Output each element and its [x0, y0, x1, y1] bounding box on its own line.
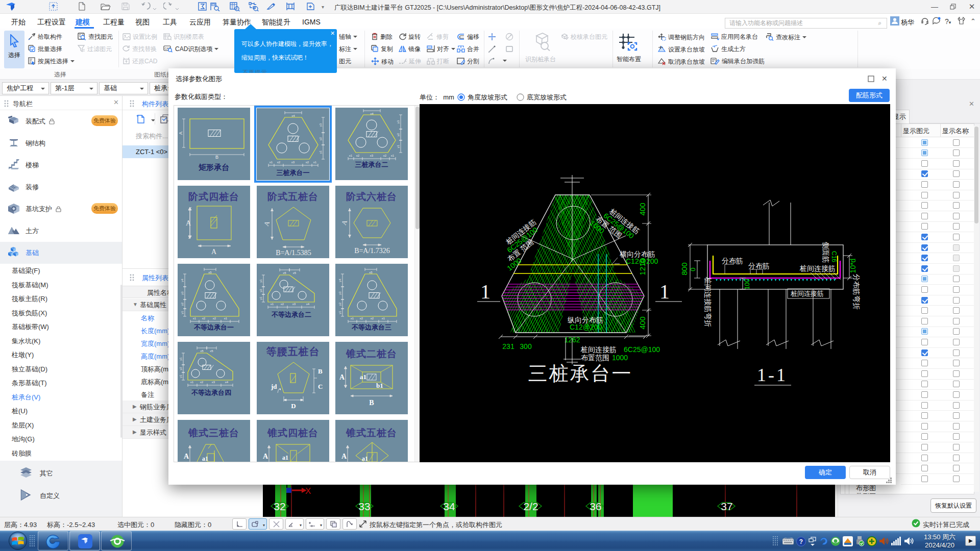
- svg-text:y1: y1: [319, 150, 322, 154]
- svg-text:6C25@100: 6C25@100: [624, 345, 660, 354]
- svg-text:y2: y2: [179, 367, 182, 370]
- svg-text:400: 400: [638, 203, 647, 215]
- svg-text:x5: x5: [210, 349, 213, 353]
- svg-text:a1: a1: [362, 455, 368, 462]
- svg-text:x5: x5: [369, 271, 373, 274]
- svg-text:32: 32: [274, 500, 285, 512]
- svg-text:A: A: [262, 219, 271, 227]
- svg-text:x4: x4: [291, 114, 295, 117]
- svg-text:A: A: [184, 453, 189, 460]
- svg-text:1-1: 1-1: [757, 365, 788, 385]
- svg-text:A: A: [186, 219, 191, 227]
- svg-text:a1: a1: [282, 454, 288, 461]
- svg-text:x4: x4: [306, 303, 309, 306]
- svg-text:y2: y2: [319, 137, 322, 140]
- svg-text:x2: x2: [305, 161, 309, 164]
- svg-text:三桩承台一: 三桩承台一: [528, 363, 633, 384]
- svg-text:不等边承台一: 不等边承台一: [193, 323, 234, 331]
- svg-text:C16: C16: [830, 251, 838, 262]
- svg-text:x5: x5: [283, 271, 286, 274]
- svg-text:x2: x2: [280, 303, 284, 306]
- svg-text:x4: x4: [370, 112, 374, 115]
- svg-text:37: 37: [721, 500, 732, 512]
- svg-text:34: 34: [443, 500, 455, 512]
- svg-text:等腰五桩台: 等腰五桩台: [265, 346, 320, 357]
- svg-text:1: 1: [480, 280, 491, 303]
- svg-text:x1: x1: [382, 317, 385, 320]
- svg-text:?: ?: [799, 538, 803, 545]
- svg-text:侧面筋: 侧面筋: [822, 242, 830, 263]
- svg-text:x1: x1: [190, 381, 194, 384]
- svg-text:800: 800: [680, 262, 689, 275]
- svg-text:x2: x2: [202, 317, 206, 320]
- svg-text:y2: y2: [181, 302, 184, 306]
- svg-text:x1: x1: [269, 161, 273, 164]
- svg-text:B=A/1.5385: B=A/1.5385: [276, 249, 311, 257]
- svg-text:x2: x2: [277, 161, 280, 164]
- svg-text:B: B: [369, 399, 374, 407]
- svg-text:B=A/1.7326: B=A/1.7326: [354, 247, 390, 255]
- svg-text:231: 231: [502, 342, 514, 350]
- svg-text:阶式六桩台: 阶式六桩台: [346, 191, 397, 202]
- svg-text:10*d: 10*d: [849, 259, 857, 273]
- svg-text:阶式五桩台: 阶式五桩台: [267, 191, 318, 202]
- svg-text:B: B: [318, 367, 323, 375]
- svg-text:三桩承台二: 三桩承台二: [355, 161, 388, 168]
- svg-text:x1: x1: [313, 161, 316, 164]
- svg-text:分布筋: 分布筋: [722, 257, 743, 265]
- svg-text:x1: x1: [391, 154, 395, 157]
- svg-text:x2: x2: [360, 317, 363, 320]
- svg-text:分布筋: 分布筋: [748, 262, 770, 270]
- svg-text:x1: x1: [351, 317, 354, 320]
- svg-text:阶式四桩台: 阶式四桩台: [188, 191, 239, 202]
- svg-text:x4: x4: [225, 381, 229, 384]
- svg-text:A: A: [263, 453, 268, 460]
- svg-text:x2: x2: [200, 381, 204, 384]
- svg-text:锥式四桩台: 锥式四桩台: [267, 428, 318, 438]
- svg-text:y2: y2: [338, 302, 341, 306]
- svg-text:C12@200: C12@200: [570, 323, 602, 331]
- svg-text:矩形承台: 矩形承台: [198, 163, 229, 171]
- svg-text:三桩承台一: 三桩承台一: [276, 169, 309, 177]
- svg-text:x2: x2: [213, 317, 216, 320]
- svg-text:y2: y2: [397, 133, 400, 136]
- svg-text:y2: y2: [259, 289, 262, 292]
- svg-text:1000: 1000: [612, 354, 628, 362]
- svg-text:33: 33: [358, 500, 370, 512]
- svg-text:y1: y1: [259, 279, 262, 283]
- svg-text:A: A: [340, 218, 349, 226]
- svg-text:分布筋弯折: 分布筋弯折: [852, 274, 861, 310]
- svg-text:y3: y3: [397, 120, 400, 123]
- svg-text:100: 100: [743, 279, 751, 290]
- svg-text:x3: x3: [291, 161, 295, 164]
- svg-text:y3: y3: [319, 123, 322, 127]
- svg-text:x2: x2: [371, 317, 374, 320]
- svg-text:y4: y4: [338, 279, 341, 282]
- svg-text:A: A: [178, 132, 183, 135]
- svg-text:1: 1: [659, 280, 670, 303]
- svg-text:y1: y1: [179, 357, 182, 361]
- svg-text:x1: x1: [270, 303, 274, 306]
- svg-text:y1: y1: [179, 374, 182, 378]
- svg-text:锥式二桩台: 锥式二桩台: [346, 348, 397, 359]
- svg-text:x3: x3: [292, 303, 296, 306]
- svg-text:y1: y1: [181, 311, 184, 314]
- svg-text:x5: x5: [208, 271, 212, 274]
- svg-text:X: X: [305, 486, 311, 496]
- svg-text:B: B: [215, 155, 218, 160]
- svg-text:a1: a1: [202, 455, 208, 462]
- svg-text:布置范围: 布置范围: [581, 354, 609, 362]
- svg-text:y1: y1: [338, 311, 341, 314]
- svg-text:桩间连接筋: 桩间连接筋: [799, 264, 836, 272]
- svg-text:C12@200: C12@200: [626, 257, 658, 265]
- svg-text:x1: x1: [193, 317, 197, 320]
- svg-text:a1: a1: [360, 373, 366, 381]
- svg-text:D: D: [291, 402, 296, 410]
- svg-text:x1: x1: [224, 317, 228, 320]
- svg-text:400: 400: [638, 316, 647, 329]
- svg-text:b1: b1: [376, 382, 383, 389]
- svg-text:2/2: 2/2: [523, 500, 538, 512]
- svg-text:x5: x5: [292, 271, 296, 274]
- svg-text:桩间连接筋: 桩间连接筋: [580, 345, 617, 354]
- svg-text:A: A: [211, 248, 217, 256]
